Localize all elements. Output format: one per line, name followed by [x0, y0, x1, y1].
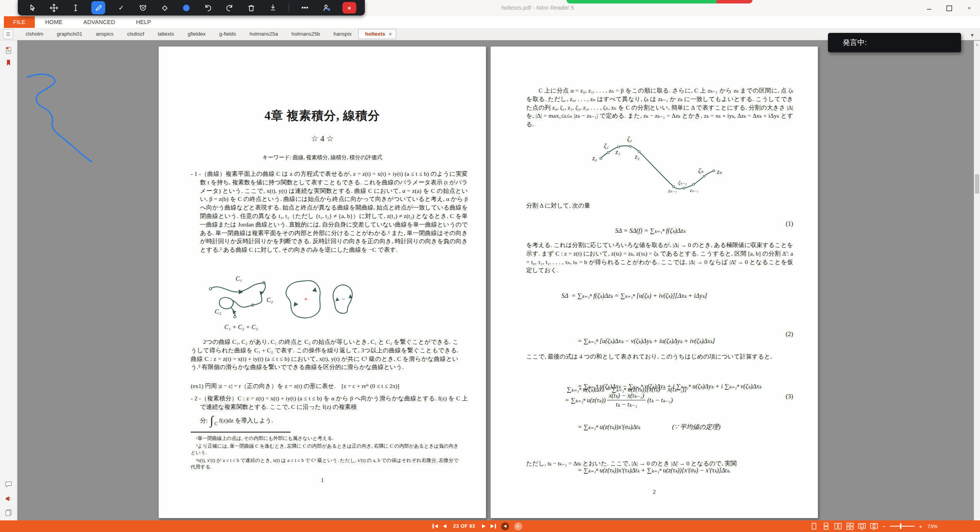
menu-item[interactable]: HELP — [125, 16, 161, 28]
label-c3: C₃ — [215, 308, 221, 315]
integral-post-text: f(z)dz を導入しよう. — [219, 417, 273, 425]
bookmarks-panel-button[interactable] — [4, 58, 13, 67]
color-picker-button[interactable] — [180, 2, 192, 14]
attachments-panel-button[interactable] — [4, 508, 13, 517]
grid-view-button[interactable] — [846, 523, 854, 530]
label-zeta2: ζ₂ — [627, 136, 632, 142]
document-tab[interactable]: g-fields × — [212, 29, 240, 39]
bookmark-icon — [5, 59, 12, 67]
lead-partition-line: 分割 Δ に対して, 次の量 — [526, 201, 793, 210]
continuous-view-button[interactable] — [822, 523, 830, 530]
document-tab[interactable]: laltexts × — [151, 29, 178, 39]
first-page-button[interactable] — [433, 524, 438, 529]
equation-text: = ∑ₖ₌₁ⁿ [u(ζₖ)Δxₖ − v(ζₖ)Δyₖ + iu(ζₖ)Δyₖ… — [578, 337, 715, 345]
document-tab[interactable]: graphcls01 × — [50, 29, 87, 39]
menu-bar: FILE HOME ADVANCED HELP — [0, 16, 980, 28]
last-page-button[interactable] — [491, 524, 496, 529]
pen-icon — [94, 3, 103, 12]
comment-bubble-icon — [5, 481, 12, 488]
previous-view-button[interactable] — [501, 522, 509, 530]
document-tab[interactable]: gfieldex × — [181, 29, 210, 39]
tab-label: holmans25b — [292, 31, 320, 37]
undo-icon — [204, 3, 212, 12]
page-navigation: 23 OF 83 — [433, 520, 522, 532]
menu-item[interactable]: HOME — [35, 16, 73, 28]
document-tab[interactable]: clsdiscf × — [120, 29, 149, 39]
zoom-out-button[interactable]: − — [882, 523, 886, 530]
collapse-panel-arrow[interactable]: ▼ — [970, 33, 975, 38]
zoom-slider[interactable] — [890, 523, 915, 529]
vertical-scrollbar[interactable]: ∧ — [974, 41, 980, 520]
participants-button[interactable] — [321, 2, 332, 14]
document-tab[interactable]: holmans25a × — [243, 29, 282, 39]
more-options-button[interactable]: ••• — [299, 2, 311, 14]
single-page-view-button[interactable] — [810, 523, 818, 530]
view-tools: − + 73% — [810, 520, 937, 532]
menu-item[interactable]: ADVANCED — [73, 16, 126, 28]
sound-annotation-button[interactable] — [4, 494, 13, 503]
pen-tool-button[interactable] — [91, 1, 105, 14]
document-tab[interactable]: hanspix × — [327, 29, 356, 39]
scrollbar-thumb[interactable] — [975, 174, 979, 194]
zoom-slider-track — [890, 526, 915, 527]
zoom-level-label[interactable]: 73% — [927, 523, 937, 529]
zoom-slider-handle[interactable] — [900, 523, 901, 529]
laser-pointer-button[interactable] — [137, 2, 149, 14]
last-page-arrow-icon — [491, 524, 494, 528]
label-zn: zₙ — [717, 168, 722, 175]
fit-width-button[interactable] — [858, 523, 866, 530]
eraser-tool-button[interactable] — [159, 2, 170, 14]
close-window-button[interactable]: × — [966, 5, 972, 11]
integral-subscript: C — [214, 421, 217, 427]
save-download-icon — [269, 3, 277, 12]
menu-item[interactable]: FILE — [4, 16, 35, 28]
footnotes-block: ¹単一閉曲線上の点は, その内部にも外部にも属さないと考える.²より正確には, … — [191, 435, 458, 475]
equation-2-line: SΔ = ∑ₖ₌₁ⁿ f(ζₖ)Δzₖ = ∑ₖ₌₁ⁿ [u(ζₖ) + iv(… — [526, 284, 793, 315]
page-indicator[interactable]: 23 OF 83 — [453, 523, 475, 529]
toolbar-divider — [289, 3, 289, 12]
tab-label: hanspix — [334, 31, 352, 37]
facing-pages-view-button[interactable] — [834, 523, 842, 530]
stop-share-red-bar[interactable] — [717, 0, 753, 3]
thumbnails-panel-button[interactable] — [4, 46, 13, 55]
undo-button[interactable] — [202, 2, 214, 14]
page-number-2: 2 — [491, 489, 818, 495]
document-tab[interactable]: holtexts × — [358, 29, 396, 39]
previous-page-arrow-icon — [443, 524, 446, 528]
tab-close-icon[interactable]: × — [388, 31, 392, 37]
document-tab[interactable]: clsholm × — [19, 29, 48, 39]
integral-sign: ∫ — [210, 414, 214, 427]
tab-label: laltexts — [158, 31, 174, 37]
label-z0: z₀ — [592, 155, 597, 161]
document-tab[interactable]: anspics × — [89, 29, 118, 39]
previous-page-button[interactable] — [443, 524, 446, 528]
save-annotation-button[interactable] — [267, 2, 279, 14]
screen-share-green-bar[interactable] — [566, 0, 717, 3]
check-tool-button[interactable]: ✓ — [115, 2, 127, 14]
comments-panel-button[interactable] — [4, 480, 13, 489]
maximize-button[interactable] — [946, 5, 952, 11]
clear-annotations-button[interactable] — [245, 2, 257, 14]
fraction-numerator: x(tₖ) − x(tₖ₋₁) — [607, 392, 646, 400]
scroll-up-arrow[interactable]: ∧ — [974, 43, 980, 47]
next-view-button[interactable] — [514, 522, 522, 530]
redo-button[interactable] — [224, 2, 235, 14]
text-tool-button[interactable] — [70, 2, 81, 14]
close-annotation-toolbar-button[interactable]: × — [342, 2, 356, 14]
fit-page-button[interactable] — [870, 523, 878, 530]
next-view-arrow-icon — [517, 525, 520, 528]
label-zn2: zₙ₋₂ — [668, 188, 677, 193]
equation-1-text: SΔ = SΔ(f) = ∑ₖ₌₁ⁿ f(ζₖ)Δzₖ — [615, 227, 686, 234]
pages-panel-icon — [5, 31, 11, 37]
page-number-1: 1 — [159, 477, 486, 484]
document-tab[interactable]: holmans25b × — [285, 29, 325, 39]
cursor-tool-button[interactable] — [26, 2, 38, 14]
minimize-button[interactable] — [926, 5, 932, 11]
zoom-in-button[interactable]: + — [919, 523, 922, 530]
figure-curves: C₁ C₂ C₃ C₁ + C₂ + C₃ + − — [195, 274, 420, 335]
next-page-button[interactable] — [482, 524, 486, 528]
move-tool-button[interactable] — [48, 2, 60, 14]
page-thumbnail-icon — [5, 46, 12, 54]
tab-label: holtexts — [365, 31, 385, 37]
sidebar-toggle-button[interactable] — [3, 29, 13, 39]
